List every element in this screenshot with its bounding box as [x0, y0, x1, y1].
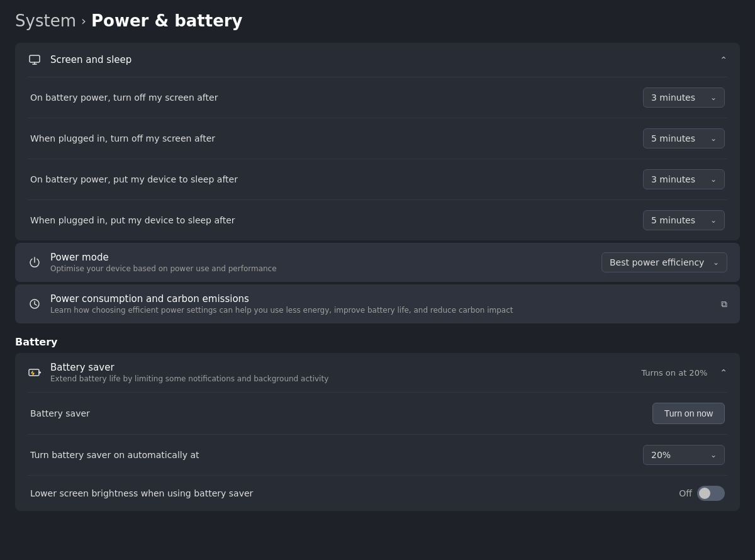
- auto-battery-saver-value: 20%: [651, 450, 671, 460]
- brightness-toggle-container: Off: [679, 486, 725, 501]
- external-link-icon[interactable]: ⧉: [721, 299, 727, 310]
- screen-sleep-header[interactable]: Screen and sleep ⌃: [15, 43, 740, 77]
- plugged-sleep-dropdown[interactable]: 5 minutes ⌄: [643, 210, 725, 230]
- battery-saver-subtitle: Extend battery life by limiting some not…: [50, 374, 328, 383]
- svg-rect-2: [29, 369, 39, 376]
- battery-sleep-value: 3 minutes: [651, 174, 695, 184]
- power-mode-title: Power mode: [50, 252, 277, 263]
- screen-sleep-chevron-icon: ⌃: [720, 55, 727, 65]
- screen-sleep-section: Screen and sleep ⌃ On battery power, tur…: [15, 43, 740, 240]
- battery-saver-header: Battery saver Extend battery life by lim…: [15, 353, 740, 392]
- plugged-sleep-row: When plugged in, put my device to sleep …: [15, 200, 740, 240]
- auto-battery-saver-row: Turn battery saver on automatically at 2…: [15, 435, 740, 475]
- plugged-screen-off-dropdown[interactable]: 5 minutes ⌄: [643, 128, 725, 148]
- breadcrumb-system[interactable]: System: [15, 11, 76, 30]
- brightness-row: Lower screen brightness when using batte…: [15, 476, 740, 511]
- breadcrumb: System › Power & battery: [15, 11, 740, 30]
- plugged-screen-off-row: When plugged in, turn off my screen afte…: [15, 118, 740, 159]
- power-mode-value: Best power efficiency: [610, 257, 704, 267]
- turns-on-label: Turns on at 20%: [641, 368, 707, 378]
- plugged-sleep-value: 5 minutes: [651, 215, 695, 225]
- auto-battery-saver-dropdown[interactable]: 20% ⌄: [643, 445, 725, 465]
- power-consumption-title: Power consumption and carbon emissions: [50, 293, 513, 305]
- screen-icon: [28, 53, 42, 67]
- svg-rect-0: [30, 55, 40, 62]
- plugged-screen-off-value: 5 minutes: [651, 133, 695, 143]
- brightness-toggle-label: Off: [679, 488, 692, 498]
- plugged-sleep-arrow-icon: ⌄: [710, 216, 717, 225]
- turn-on-now-button[interactable]: Turn on now: [652, 403, 725, 424]
- power-mode-dropdown[interactable]: Best power efficiency ⌄: [601, 252, 727, 272]
- screen-sleep-title: Screen and sleep: [50, 54, 131, 65]
- plugged-screen-off-arrow-icon: ⌄: [710, 134, 717, 143]
- battery-sleep-label: On battery power, put my device to sleep…: [30, 174, 238, 184]
- power-mode-subtitle: Optimise your device based on power use …: [50, 264, 277, 273]
- battery-screen-off-row: On battery power, turn off my screen aft…: [15, 77, 740, 118]
- battery-saver-row-label: Battery saver: [30, 408, 90, 418]
- battery-saver-section: Battery saver Extend battery life by lim…: [15, 353, 740, 511]
- plugged-sleep-label: When plugged in, put my device to sleep …: [30, 215, 235, 225]
- battery-screen-off-dropdown[interactable]: 3 minutes ⌄: [643, 87, 725, 108]
- brightness-label: Lower screen brightness when using batte…: [30, 488, 253, 498]
- battery-section-label: Battery: [15, 336, 740, 348]
- battery-screen-off-value: 3 minutes: [651, 92, 695, 103]
- carbon-icon: [28, 297, 42, 311]
- power-mode-section: Power mode Optimise your device based on…: [15, 243, 740, 282]
- battery-sleep-row: On battery power, put my device to sleep…: [15, 159, 740, 199]
- auto-battery-saver-label: Turn battery saver on automatically at: [30, 450, 199, 460]
- battery-sleep-dropdown[interactable]: 3 minutes ⌄: [643, 169, 725, 189]
- battery-saver-icon: [28, 366, 42, 379]
- power-consumption-subtitle: Learn how choosing efficient power setti…: [50, 306, 513, 315]
- plugged-screen-off-label: When plugged in, turn off my screen afte…: [30, 133, 215, 143]
- battery-sleep-arrow-icon: ⌄: [710, 175, 717, 184]
- power-mode-arrow-icon: ⌄: [713, 258, 719, 267]
- power-consumption-row: Power consumption and carbon emissions L…: [15, 284, 740, 323]
- page-title: Power & battery: [91, 11, 243, 30]
- breadcrumb-separator: ›: [81, 13, 86, 28]
- power-mode-icon: [28, 255, 42, 269]
- power-mode-row: Power mode Optimise your device based on…: [15, 243, 740, 282]
- auto-battery-saver-arrow-icon: ⌄: [710, 451, 717, 459]
- battery-screen-off-label: On battery power, turn off my screen aft…: [30, 92, 218, 103]
- power-consumption-section: Power consumption and carbon emissions L…: [15, 284, 740, 323]
- battery-screen-off-arrow-icon: ⌄: [710, 93, 717, 102]
- brightness-toggle[interactable]: [697, 486, 725, 501]
- toggle-knob: [699, 488, 710, 499]
- battery-saver-row: Battery saver Turn on now: [15, 393, 740, 434]
- battery-saver-title: Battery saver: [50, 362, 328, 373]
- battery-saver-chevron-icon[interactable]: ⌃: [720, 367, 727, 378]
